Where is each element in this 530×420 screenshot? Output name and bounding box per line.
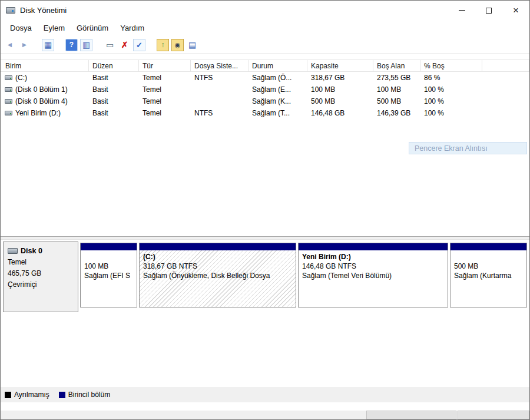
partition-type-band xyxy=(81,243,137,250)
disk-icon xyxy=(8,248,18,254)
free-cell: 146,39 GB xyxy=(373,109,420,117)
primary-partition-swatch xyxy=(59,392,65,398)
partition-title xyxy=(454,253,523,262)
table-header: Birim Düzen Tür Dosya Siste... Durum Kap… xyxy=(1,59,529,72)
partition-type-band xyxy=(299,243,448,250)
maximize-button[interactable] xyxy=(475,1,502,20)
partition-status: Sağlam (Kurtarma xyxy=(454,272,523,281)
volume-cell: (Disk 0 Bölüm 4) xyxy=(1,97,89,105)
legend-bar: Ayrılmamış Birincil bölüm xyxy=(1,387,529,402)
partition-type-band xyxy=(450,243,526,250)
pct-cell: 100 % xyxy=(420,85,482,94)
menu-bar: Dosya Eylem Görünüm Yardım xyxy=(1,20,529,36)
back-icon[interactable]: ◄ xyxy=(4,39,16,51)
console-tree-icon[interactable]: ▦ xyxy=(42,39,54,51)
disk-management-window: Disk Yönetimi × Dosya Eylem Görünüm Yard… xyxy=(0,0,530,420)
partition-body: (C:) 318,67 GB NTFS Sağlam (Önyükleme, D… xyxy=(140,250,296,307)
volume-row-efi[interactable]: (Disk 0 Bölüm 1) Basit Temel Sağlam (E..… xyxy=(1,84,529,95)
column-durum[interactable]: Durum xyxy=(249,60,307,71)
status-bar xyxy=(1,411,529,419)
empty-area xyxy=(1,312,529,387)
search-folder-icon[interactable]: ◉ xyxy=(171,39,184,51)
partition-title: Yeni Birim (D:) xyxy=(302,253,444,262)
disk0-row: Disk 0 Temel 465,75 GB Çevrimiçi 100 MB … xyxy=(3,242,528,312)
column-tur[interactable]: Tür xyxy=(139,60,191,71)
capacity-cell: 100 MB xyxy=(307,85,373,94)
status-cell: Sağlam (T... xyxy=(249,109,307,117)
menu-eylem[interactable]: Eylem xyxy=(38,21,71,35)
partition-status: Sağlam (EFI S xyxy=(84,272,133,281)
column-pct-bos[interactable]: % Boş xyxy=(420,60,482,71)
menu-yardim[interactable]: Yardım xyxy=(114,21,150,35)
help-icon[interactable]: ? xyxy=(65,39,78,51)
disk0-header-box[interactable]: Disk 0 Temel 465,75 GB Çevrimiçi xyxy=(3,242,78,312)
menu-dosya[interactable]: Dosya xyxy=(4,21,38,35)
partition-body: 100 MB Sağlam (EFI S xyxy=(81,250,137,307)
free-cell: 100 MB xyxy=(373,85,420,94)
pct-cell: 100 % xyxy=(420,109,482,117)
column-bos-alan[interactable]: Boş Alan xyxy=(373,60,420,71)
minimize-button[interactable] xyxy=(448,1,475,20)
disk-status: Çevrimiçi xyxy=(8,280,74,289)
status-cell: Sağlam (Ö... xyxy=(249,74,307,82)
status-cell: Sağlam (E... xyxy=(249,85,307,94)
fs-cell: NTFS xyxy=(191,109,249,117)
legend-label: Birincil bölüm xyxy=(68,391,110,399)
partition-efi[interactable]: 100 MB Sağlam (EFI S xyxy=(80,243,137,307)
partition-size: 146,48 GB NTFS xyxy=(302,262,444,272)
title-bar: Disk Yönetimi × xyxy=(1,1,529,20)
layout-cell: Basit xyxy=(89,109,139,117)
partition-d[interactable]: Yeni Birim (D:) 146,48 GB NTFS Sağlam (T… xyxy=(298,243,448,307)
partition-body: Yeni Birim (D:) 146,48 GB NTFS Sağlam (T… xyxy=(299,250,448,307)
volume-row-recovery[interactable]: (Disk 0 Bölüm 4) Basit Temel Sağlam (K..… xyxy=(1,95,529,107)
volume-row-d[interactable]: Yeni Birim (D:) Basit Temel NTFS Sağlam … xyxy=(1,107,529,119)
window-controls: × xyxy=(448,1,529,20)
column-kapasite[interactable]: Kapasite xyxy=(307,60,373,71)
capacity-cell: 318,67 GB xyxy=(307,74,373,82)
check-icon[interactable]: ✓ xyxy=(133,39,145,51)
disk-size: 465,75 GB xyxy=(8,269,74,277)
pct-cell: 100 % xyxy=(420,97,482,105)
volume-list-pane: Birim Düzen Tür Dosya Siste... Durum Kap… xyxy=(1,54,529,236)
type-cell: Temel xyxy=(139,109,191,117)
volume-name: Yeni Birim (D:) xyxy=(15,109,61,117)
column-duzen[interactable]: Düzen xyxy=(89,60,139,71)
volume-row-c[interactable]: (C:) Basit Temel NTFS Sağlam (Ö... 318,6… xyxy=(1,72,529,84)
column-birim[interactable]: Birim xyxy=(1,60,89,71)
disk-label: Disk 0 xyxy=(21,247,42,255)
column-dosya-sistemi[interactable]: Dosya Siste... xyxy=(191,60,249,71)
maximize-icon xyxy=(486,8,492,14)
delete-icon[interactable]: ✗ xyxy=(118,39,131,51)
free-cell: 273,55 GB xyxy=(373,74,420,82)
bottom-gap xyxy=(1,402,529,411)
window-title: Disk Yönetimi xyxy=(20,6,67,15)
disk0-title: Disk 0 xyxy=(8,247,74,255)
action-pane-icon[interactable]: ▥ xyxy=(80,39,92,51)
properties-icon[interactable]: ▤ xyxy=(186,39,198,51)
partition-title: (C:) xyxy=(143,253,292,262)
partition-body: 500 MB Sağlam (Kurtarma xyxy=(450,250,526,307)
type-cell: Temel xyxy=(139,97,191,105)
legend-label: Ayrılmamış xyxy=(14,391,49,399)
partition-recovery[interactable]: 500 MB Sağlam (Kurtarma xyxy=(450,243,527,307)
close-button[interactable]: × xyxy=(502,1,529,20)
partition-c[interactable]: (C:) 318,67 GB NTFS Sağlam (Önyükleme, D… xyxy=(139,243,296,307)
legend-primary-partition: Birincil bölüm xyxy=(59,391,110,399)
status-segment xyxy=(458,411,529,419)
partition-title xyxy=(84,253,133,262)
layout-cell: Basit xyxy=(89,97,139,105)
volume-name: (Disk 0 Bölüm 1) xyxy=(15,85,68,94)
partition-size: 500 MB xyxy=(454,262,523,272)
type-cell: Temel xyxy=(139,74,191,82)
toolbar: ◄ ► ▦ ? ▥ ▭ ✗ ✓ ↑ ◉ ▤ xyxy=(1,36,529,54)
minimize-icon xyxy=(459,10,465,11)
volume-icon xyxy=(5,87,12,92)
menu-gorunum[interactable]: Görünüm xyxy=(71,21,114,35)
window-icon[interactable]: ▭ xyxy=(104,39,116,51)
forward-icon[interactable]: ► xyxy=(18,39,31,51)
fs-cell: NTFS xyxy=(191,74,249,82)
partition-type-band xyxy=(140,243,296,250)
volume-cell: Yeni Birim (D:) xyxy=(1,109,89,117)
up-folder-icon[interactable]: ↑ xyxy=(157,39,169,51)
layout-cell: Basit xyxy=(89,85,139,94)
